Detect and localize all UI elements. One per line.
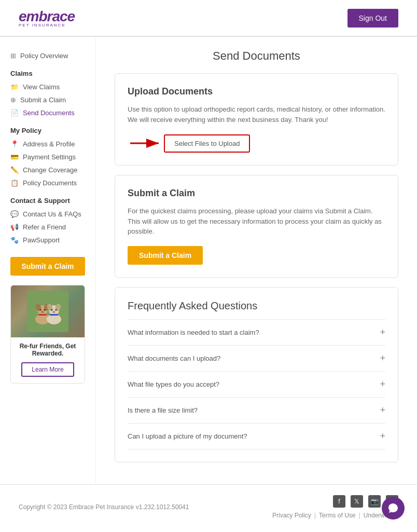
faq-expand-icon: +	[380, 379, 385, 390]
header: embrace PET INSURANCE Sign Out	[0, 0, 417, 36]
faq-expand-icon: +	[380, 431, 385, 442]
document-icon: 📄	[10, 109, 19, 117]
submit-claim-button[interactable]: Submit a Claim	[128, 246, 203, 265]
sidebar-item-paw-support[interactable]: 🐾 PawSupport	[10, 234, 85, 247]
sidebar-item-label: Payment Settings	[23, 153, 76, 161]
faq-expand-icon: +	[380, 405, 385, 416]
credit-card-icon: 💳	[10, 153, 19, 161]
faq-title: Frequently Asked Questions	[128, 300, 385, 312]
sidebar-item-label: Policy Documents	[23, 179, 77, 187]
faq-list: What information is needed to start a cl…	[128, 319, 385, 449]
copyright-text: Copyright © 2023 Embrace Pet Insurance v…	[19, 503, 189, 511]
promo-text: Re-fur Friends, Get Rewarded.	[11, 337, 85, 359]
red-arrow-icon	[128, 134, 164, 153]
svg-point-7	[41, 311, 44, 313]
footer-links: Privacy Policy | Terms of Use | Underwri…	[272, 512, 398, 519]
sidebar-item-label: PawSupport	[23, 236, 60, 244]
svg-point-5	[40, 309, 41, 311]
faq-question: What information is needed to start a cl…	[128, 329, 259, 336]
logo-subtitle: PET INSURANCE	[19, 23, 75, 28]
faq-card: Frequently Asked Questions What informat…	[115, 287, 398, 462]
instagram-icon[interactable]: 📷	[368, 495, 381, 508]
edit-icon: ✏️	[10, 166, 19, 174]
sidebar-item-label: View Claims	[23, 83, 60, 91]
sidebar-item-label: Send Documents	[23, 109, 75, 117]
faq-item[interactable]: What documents can I upload?+	[128, 345, 385, 371]
submit-claim-card-description: For the quickest claims processing, plea…	[128, 206, 385, 237]
upload-action-row: Select Files to Upload	[128, 134, 385, 153]
faq-question: Is there a file size limit?	[128, 406, 198, 414]
footer: Copyright © 2023 Embrace Pet Insurance v…	[0, 484, 417, 529]
chat-button[interactable]	[382, 497, 405, 520]
svg-rect-0	[27, 291, 68, 332]
sidebar-item-policy-overview[interactable]: ⊞ Policy Overview	[10, 49, 85, 62]
svg-point-6	[44, 309, 46, 311]
svg-point-13	[55, 309, 57, 311]
facebook-icon[interactable]: f	[333, 495, 345, 508]
svg-point-12	[51, 309, 53, 311]
footer-right: f 𝕏 📷 𝑃 Privacy Policy | Terms of Use | …	[272, 495, 398, 519]
sidebar-section-contact: Contact & Support	[10, 197, 85, 204]
sidebar-item-label: Refer a Friend	[23, 223, 66, 231]
learn-more-button[interactable]: Learn More	[21, 362, 74, 377]
submit-claim-card-title: Submit a Claim	[128, 188, 385, 199]
sidebar-item-label: Change Coverage	[23, 166, 78, 174]
svg-point-14	[53, 311, 55, 313]
sidebar-item-label: Submit a Claim	[20, 96, 66, 104]
dogs-illustration	[27, 291, 68, 332]
sidebar-item-refer-friend[interactable]: 📢 Refer a Friend	[10, 221, 85, 234]
upload-card-title: Upload Documents	[128, 86, 385, 97]
megaphone-icon: 📢	[10, 223, 19, 231]
sidebar-item-contact-us[interactable]: 💬 Contact Us & FAQs	[10, 208, 85, 221]
sidebar-item-label: Contact Us & FAQs	[23, 210, 81, 218]
sign-out-button[interactable]: Sign Out	[348, 9, 398, 28]
upload-documents-card: Upload Documents Use this option to uplo…	[115, 73, 398, 166]
paw-icon: 🐾	[10, 236, 19, 244]
sidebar-item-label: Address & Profile	[23, 140, 75, 148]
sidebar-item-address-profile[interactable]: 📍 Address & Profile	[10, 138, 85, 151]
faq-expand-icon: +	[380, 353, 385, 364]
svg-rect-15	[38, 314, 47, 316]
submit-claim-card: Submit a Claim For the quickest claims p…	[115, 175, 398, 278]
folder-icon: 📁	[10, 83, 19, 91]
doc-icon: 📋	[10, 179, 19, 187]
faq-question: Can I upload a picture of my document?	[128, 432, 247, 440]
pet-promo-image	[11, 285, 85, 337]
sidebar: ⊞ Policy Overview Claims 📁 View Claims ⊕…	[0, 37, 96, 484]
sidebar-section-claims: Claims	[10, 70, 85, 77]
pet-promo-card: Re-fur Friends, Get Rewarded. Learn More	[10, 285, 85, 384]
twitter-icon[interactable]: 𝕏	[351, 495, 363, 508]
grid-icon: ⊞	[10, 52, 16, 60]
sidebar-item-policy-documents[interactable]: 📋 Policy Documents	[10, 176, 85, 189]
faq-question: What file types do you accept?	[128, 380, 219, 388]
svg-rect-16	[50, 314, 58, 316]
logo: embrace PET INSURANCE	[19, 8, 75, 28]
page-title: Send Documents	[115, 49, 398, 63]
location-icon: 📍	[10, 140, 19, 148]
faq-item[interactable]: What file types do you accept?+	[128, 371, 385, 397]
faq-item[interactable]: What information is needed to start a cl…	[128, 319, 385, 345]
sidebar-submit-claim-button[interactable]: Submit a Claim	[10, 257, 85, 276]
sidebar-item-view-claims[interactable]: 📁 View Claims	[10, 80, 85, 93]
plus-circle-icon: ⊕	[10, 96, 16, 104]
faq-item[interactable]: Can I upload a picture of my document?+	[128, 423, 385, 449]
sidebar-item-send-documents[interactable]: 📄 Send Documents	[10, 106, 85, 119]
faq-item[interactable]: Is there a file size limit?+	[128, 397, 385, 423]
sidebar-section-my-policy: My Policy	[10, 127, 85, 134]
privacy-policy-link[interactable]: Privacy Policy	[272, 512, 311, 519]
upload-card-description: Use this option to upload orthopedic rep…	[128, 104, 385, 125]
faq-expand-icon: +	[380, 327, 385, 338]
faq-question: What documents can I upload?	[128, 354, 220, 362]
sidebar-item-submit-claim[interactable]: ⊕ Submit a Claim	[10, 93, 85, 106]
chat-icon: 💬	[10, 210, 19, 218]
sidebar-item-payment-settings[interactable]: 💳 Payment Settings	[10, 151, 85, 163]
select-files-button[interactable]: Select Files to Upload	[164, 134, 250, 153]
chat-icon	[387, 502, 399, 514]
terms-of-use-link[interactable]: Terms of Use	[319, 512, 356, 519]
sidebar-item-change-coverage[interactable]: ✏️ Change Coverage	[10, 163, 85, 176]
main-content: Send Documents Upload Documents Use this…	[96, 37, 417, 484]
sidebar-item-label: Policy Overview	[20, 52, 68, 60]
main-layout: ⊞ Policy Overview Claims 📁 View Claims ⊕…	[0, 37, 417, 484]
